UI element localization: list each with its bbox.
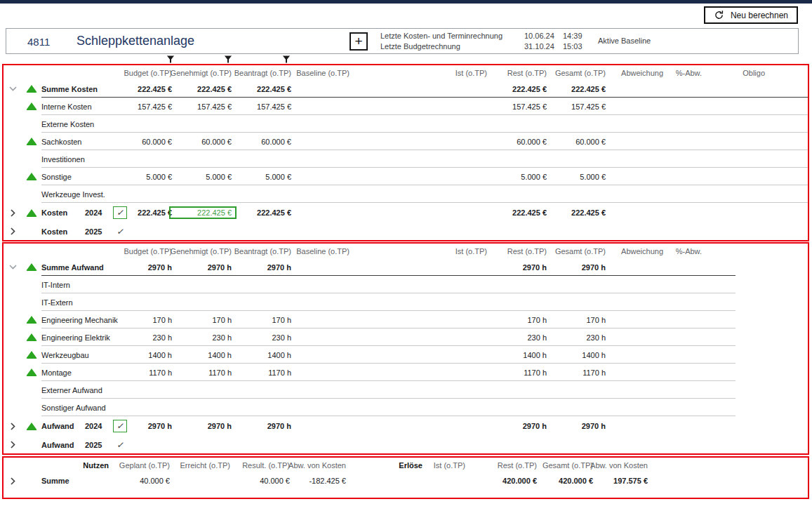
col-abw-von-kosten-2: Abw. von Kosten — [590, 461, 648, 470]
col-gesamt: Gesamt (o.TP) — [555, 69, 606, 77]
row-label: Werkzeugbau — [41, 351, 89, 359]
recalculate-label: Neu berechnen — [731, 11, 788, 20]
row-engineering-elektrik: Engineering Elektrik 230 h 230 h 230 h 2… — [4, 328, 808, 346]
year-checkbox-checked[interactable] — [113, 206, 127, 219]
project-name: Schleppkettenanlage — [76, 34, 194, 48]
filter-funnel-icon[interactable] — [223, 55, 233, 65]
cell-rest: 230 h — [527, 333, 547, 342]
row-label: Interne Kosten — [41, 102, 92, 111]
year-checkbox-plain[interactable] — [117, 227, 124, 237]
checkmark-icon — [117, 421, 124, 431]
col-gesamt: Gesamt (o.TP) — [555, 247, 606, 255]
green-triangle-up-icon — [26, 102, 37, 110]
row-summe-kosten: Summe Kosten 222.425 € 222.425 € 222.425… — [4, 80, 808, 98]
cell-rest: 2970 h — [523, 263, 547, 272]
year-checkbox-plain[interactable] — [117, 440, 124, 450]
chevron-down-icon[interactable] — [9, 86, 17, 91]
cell-budget: 170 h — [152, 316, 172, 324]
row-engineering-mechanik: Engineering Mechanik 170 h 170 h 170 h 1… — [4, 311, 808, 328]
plus-icon: + — [354, 34, 362, 49]
cell-gesamt: 230 h — [586, 333, 606, 342]
col-budget: Budget (o.TP) — [124, 247, 172, 255]
col-beantragt: Beantragt (o.TP) — [234, 247, 291, 255]
last-cost-calc-date: 10.06.24 — [524, 31, 554, 41]
cell-rest: 1170 h — [524, 368, 547, 377]
cell-genehmigt: 1400 h — [208, 351, 232, 359]
row-it-extern: IT-Extern — [4, 293, 808, 311]
chevron-right-icon[interactable] — [11, 209, 15, 217]
col-gesamt: Gesamt (o.TP) — [543, 461, 593, 470]
row-summe: Summe 40.000 € 40.000 € -182.425 € 420.0… — [4, 473, 808, 489]
row-label: Kosten — [41, 208, 85, 217]
cell-rest: 60.000 € — [517, 138, 547, 146]
cell-budget: 222.425 € — [138, 208, 172, 217]
cell-gesamt: 60.000 € — [575, 138, 606, 146]
year-checkbox-checked[interactable] — [113, 420, 127, 432]
cell-gesamt: 5.000 € — [580, 173, 606, 181]
cell-gesamt: 1170 h — [583, 368, 606, 377]
col-genehmigt: Genehmigt (o.TP) — [171, 247, 232, 255]
cell-genehmigt: 222.425 € — [197, 85, 232, 93]
last-budget-calc-date: 31.10.24 — [524, 41, 554, 52]
row-aufwand-2024: Aufwand 2024 2970 h 2970 h 2970 h 2970 h… — [4, 416, 808, 436]
row-label: Werkzeuge Invest. — [41, 190, 105, 199]
chevron-right-icon[interactable] — [11, 227, 15, 235]
col-obligo: Obligo — [743, 69, 765, 77]
green-triangle-up-icon — [26, 316, 37, 324]
col-abw-von-kosten: Abw. von Kosten — [288, 461, 346, 470]
cell-gesamt: 420.000 € — [559, 477, 593, 485]
last-cost-calc-label: Letzte Kosten- und Terminrechnung — [380, 31, 502, 41]
cell-genehmigt: 2970 h — [208, 422, 232, 430]
chevron-right-icon[interactable] — [11, 423, 15, 430]
checkmark-icon — [117, 440, 124, 450]
row-label: Engineering Mechanik — [41, 316, 118, 324]
cell-beantragt: 5.000 € — [265, 173, 291, 181]
cell-rest: 420.000 € — [502, 477, 537, 485]
col-pabw: %-Abw. — [676, 69, 702, 77]
cell-beantragt: 2970 h — [267, 263, 291, 272]
active-baseline-label: Aktive Baseline — [598, 36, 651, 45]
chevron-down-icon[interactable] — [9, 265, 17, 270]
row-year: 2025 — [85, 227, 107, 236]
cell-gesamt: 222.425 € — [571, 208, 606, 217]
col-budget: Budget (o.TP) — [124, 69, 172, 77]
filter-funnel-icon[interactable] — [166, 55, 175, 65]
green-triangle-up-icon — [26, 138, 37, 145]
row-label: Aufwand — [41, 422, 85, 430]
col-rest: Rest (o.TP) — [498, 461, 537, 470]
cell-budget: 2970 h — [148, 263, 172, 272]
col-rest: Rest (o.TP) — [507, 247, 547, 255]
cell-abw-von-kosten: -182.425 € — [309, 477, 346, 485]
refresh-icon — [714, 10, 724, 20]
row-year: 2024 — [85, 208, 107, 217]
row-label: Sonstiger Aufwand — [41, 404, 106, 412]
row-interne-kosten: Interne Kosten 157.425 € 157.425 € 157.4… — [4, 98, 808, 115]
cell-genehmigt-editable[interactable]: 222.425 € — [169, 206, 237, 219]
row-label: Sonstige — [41, 173, 72, 181]
row-externe-kosten: Externe Kosten — [4, 115, 808, 133]
cell-abw-von-kosten-2: 197.575 € — [613, 477, 648, 485]
recalculate-button[interactable]: Neu berechnen — [704, 6, 798, 24]
cell-budget: 1170 h — [149, 368, 172, 377]
row-montage: Montage 1170 h 1170 h 1170 h 1170 h 1170… — [4, 364, 808, 381]
row-label: Aufwand — [41, 441, 85, 449]
cell-beantragt: 60.000 € — [261, 138, 291, 146]
chevron-right-icon[interactable] — [11, 477, 15, 485]
row-label: Summe Aufwand — [41, 263, 104, 272]
row-werkzeuge-invest: Werkzeuge Invest. — [4, 185, 808, 203]
cell-genehmigt: 1170 h — [208, 368, 232, 377]
col-abweichung: Abweichung — [621, 247, 663, 255]
chevron-right-icon[interactable] — [11, 441, 15, 449]
cell-budget: 60.000 € — [142, 138, 172, 146]
cell-rest: 222.425 € — [512, 208, 547, 217]
cell-rest: 157.425 € — [512, 102, 547, 111]
row-label: Engineering Elektrik — [41, 333, 110, 342]
row-sonstiger-aufwand: Sonstiger Aufwand — [4, 399, 808, 416]
cell-beantragt: 222.425 € — [257, 208, 291, 217]
row-summe-aufwand: Summe Aufwand 2970 h 2970 h 2970 h 2970 … — [4, 258, 808, 276]
row-label: IT-Extern — [41, 298, 73, 307]
expand-plus-button[interactable]: + — [350, 32, 368, 51]
cell-genehmigt: 230 h — [212, 333, 232, 342]
filter-funnel-icon[interactable] — [281, 55, 291, 65]
cell-beantragt: 222.425 € — [257, 85, 291, 93]
